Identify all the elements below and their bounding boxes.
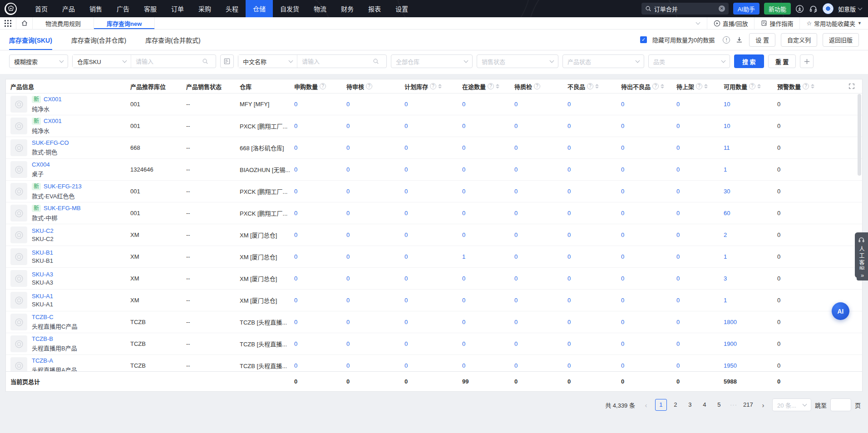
product-sku-link[interactable]: SUK-EFG-MB: [44, 205, 81, 212]
qty-link[interactable]: 0: [567, 231, 571, 238]
product-sku-link[interactable]: SKU-A1: [32, 293, 53, 300]
page-button-1[interactable]: 1: [655, 399, 667, 411]
product-sku-link[interactable]: SKU-A3: [32, 271, 53, 278]
qty-link[interactable]: 0: [567, 101, 571, 108]
qty-link[interactable]: 0: [346, 362, 350, 369]
qty-link[interactable]: 0: [294, 188, 297, 195]
qty-link[interactable]: 0: [346, 231, 350, 238]
qty-link[interactable]: 0: [514, 319, 518, 325]
add-filter-button[interactable]: [800, 54, 814, 68]
page-button-3[interactable]: 3: [684, 399, 696, 411]
qty-link[interactable]: 0: [462, 275, 465, 282]
qty-link[interactable]: 0: [621, 231, 624, 238]
expand-table-icon[interactable]: [841, 83, 862, 89]
nav-item-14[interactable]: 设置: [388, 0, 415, 17]
qty-link[interactable]: 0: [294, 297, 297, 304]
column-header-7[interactable]: 计划库存?: [404, 82, 462, 91]
qty-link[interactable]: 0: [404, 253, 408, 260]
qty-link[interactable]: 0: [294, 319, 297, 325]
vertical-scrollbar[interactable]: [858, 94, 861, 176]
search-button[interactable]: 搜 索: [734, 54, 764, 68]
qty-link[interactable]: 0: [404, 188, 408, 195]
qty-link[interactable]: 10: [724, 123, 730, 129]
qty-link[interactable]: 0: [404, 362, 408, 369]
qty-link[interactable]: 0: [621, 362, 624, 369]
column-header-8[interactable]: 在途数量?: [462, 82, 514, 91]
column-header-11[interactable]: 待出不良品?: [621, 82, 676, 91]
qty-link[interactable]: 0: [621, 123, 624, 129]
sort-icon[interactable]: [595, 84, 599, 89]
nav-item-3[interactable]: 销售: [82, 0, 109, 17]
qty-link[interactable]: 0: [676, 101, 680, 108]
guide-link[interactable]: 操作指南: [754, 17, 799, 29]
qty-link[interactable]: 0: [346, 210, 350, 216]
search-mode-select[interactable]: 模糊搜索: [9, 54, 68, 68]
qty-link[interactable]: 60: [724, 210, 730, 216]
qty-link[interactable]: 1: [724, 297, 727, 304]
qty-link[interactable]: 0: [294, 362, 297, 369]
qty-link[interactable]: 1: [462, 253, 465, 260]
qty-link[interactable]: 0: [346, 188, 350, 195]
qty-link[interactable]: 0: [514, 231, 518, 238]
qty-link[interactable]: 0: [514, 362, 518, 369]
warehouse-select[interactable]: 全部仓库: [391, 54, 473, 68]
collapse-panel-button[interactable]: »: [857, 270, 868, 280]
prev-page-button[interactable]: ‹: [641, 401, 651, 409]
column-header-12[interactable]: 待上架?: [676, 82, 724, 91]
nav-item-8[interactable]: 头程: [218, 0, 246, 17]
qty-link[interactable]: 0: [346, 340, 350, 347]
qty-link[interactable]: 0: [567, 297, 571, 304]
nav-item-12[interactable]: 财务: [334, 0, 361, 17]
next-page-button[interactable]: ›: [758, 401, 769, 409]
qty-link[interactable]: 0: [404, 123, 408, 129]
qty-link[interactable]: 0: [567, 210, 571, 216]
qty-link[interactable]: 0: [567, 362, 571, 369]
qty-link[interactable]: 0: [294, 253, 297, 260]
qty-link[interactable]: 0: [404, 101, 408, 108]
qty-link[interactable]: 0: [676, 210, 680, 216]
settings-button[interactable]: 设 置: [749, 33, 775, 47]
qty-link[interactable]: 0: [462, 297, 465, 304]
product-sku-link[interactable]: TCZB-B: [32, 335, 53, 342]
qty-link[interactable]: 0: [514, 210, 518, 216]
qty-link[interactable]: 0: [404, 166, 408, 173]
nav-item-5[interactable]: 客服: [137, 0, 164, 17]
qty-link[interactable]: 1: [724, 166, 727, 173]
qty-link[interactable]: 1900: [724, 340, 737, 347]
export-download-icon[interactable]: [735, 36, 744, 44]
qty-link[interactable]: 0: [294, 275, 297, 282]
qty-link[interactable]: 0: [567, 144, 571, 151]
qty-link[interactable]: 0: [676, 144, 680, 151]
global-search-input[interactable]: [654, 5, 709, 12]
sku-search-input[interactable]: [136, 58, 199, 65]
clear-search-icon[interactable]: ✕: [719, 5, 725, 12]
headset-icon[interactable]: [809, 4, 818, 13]
nav-item-10[interactable]: 自发货: [273, 0, 306, 17]
help-icon[interactable]: ?: [488, 83, 494, 89]
help-icon[interactable]: ?: [534, 83, 540, 89]
qty-link[interactable]: 1: [724, 253, 727, 260]
apps-grid-icon[interactable]: [0, 17, 16, 29]
qty-link[interactable]: 0: [514, 101, 518, 108]
qty-link[interactable]: 0: [294, 210, 297, 216]
help-icon[interactable]: ?: [366, 83, 372, 89]
sort-icon[interactable]: [496, 84, 499, 89]
info-icon[interactable]: !: [723, 36, 730, 44]
qty-link[interactable]: 0: [346, 144, 350, 151]
qty-link[interactable]: 0: [462, 188, 465, 195]
qty-link[interactable]: 0: [462, 210, 465, 216]
qty-link[interactable]: 0: [346, 101, 350, 108]
qty-link[interactable]: 0: [514, 297, 518, 304]
sort-icon[interactable]: [438, 84, 442, 89]
nav-item-4[interactable]: 广告: [109, 0, 137, 17]
qty-link[interactable]: 0: [404, 319, 408, 325]
qty-link[interactable]: 0: [567, 166, 571, 173]
global-search[interactable]: ✕: [641, 3, 729, 15]
qty-link[interactable]: 0: [621, 275, 624, 282]
window-tab-1[interactable]: 物流费用规则: [33, 17, 94, 29]
help-icon[interactable]: ?: [320, 83, 326, 89]
hide-zero-checkbox[interactable]: ✓: [640, 36, 647, 43]
qty-link[interactable]: 0: [294, 231, 297, 238]
back-to-old-button[interactable]: 返回旧版: [823, 33, 859, 47]
qty-link[interactable]: 0: [462, 319, 465, 325]
